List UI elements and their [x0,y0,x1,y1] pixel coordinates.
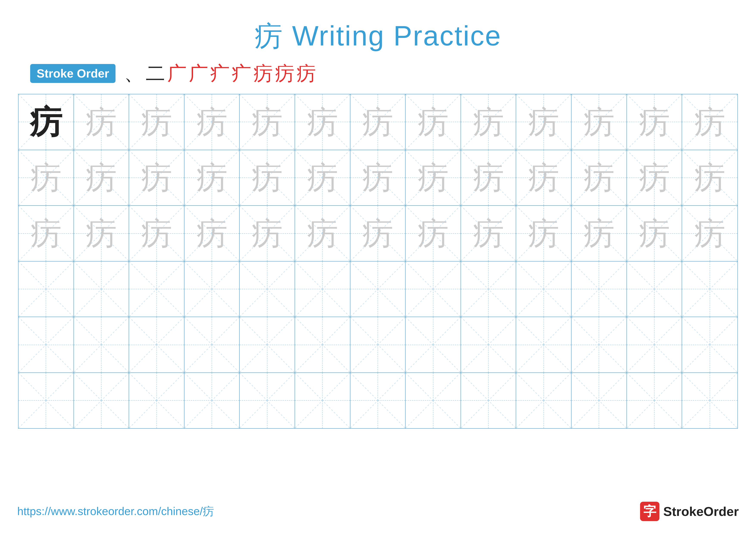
grid-cell-2-3: 疠 [129,150,184,206]
cell-char-light: 疠 [141,106,172,138]
grid-cell-3-13: 疠 [682,206,738,261]
cell-char-light: 疠 [362,106,393,138]
grid-cell-1-6: 疠 [295,94,350,150]
title-chinese: 疠 Writing Practice [255,20,501,51]
svg-line-112 [240,317,295,372]
grid-cell-2-5: 疠 [240,150,295,206]
svg-line-137 [184,373,239,428]
grid-cell-5-1 [18,317,74,372]
grid-cell-6-10 [516,373,572,428]
grid-cell-5-11 [572,317,627,372]
grid-cell-6-5 [240,373,295,428]
svg-line-85 [184,262,239,317]
svg-line-81 [74,262,129,317]
grid-cell-1-1: 疠 [18,94,74,150]
cell-char-light: 疠 [418,106,449,138]
grid-cell-1-9: 疠 [461,94,516,150]
svg-line-87 [240,262,295,317]
grid-cell-2-9: 疠 [461,150,516,206]
svg-line-134 [129,373,184,428]
grid-cell-2-10: 疠 [516,150,572,206]
svg-line-136 [184,373,239,428]
svg-line-132 [74,373,129,428]
grid-cell-1-10: 疠 [516,94,572,150]
svg-line-107 [74,317,129,372]
svg-line-128 [682,317,738,372]
footer-logo: 字 StrokeOrder [640,502,739,521]
grid-cell-3-9: 疠 [461,206,516,261]
grid-cell-4-8 [406,262,461,317]
grid-cell-2-6: 疠 [295,150,350,206]
grid-cell-1-2: 疠 [74,94,129,150]
grid-cell-6-8 [406,373,461,428]
svg-line-102 [682,262,738,317]
grid-cell-4-13 [682,262,738,317]
grid-cell-3-4: 疠 [184,206,240,261]
grid-cell-6-3 [129,373,184,428]
svg-line-139 [240,373,295,428]
grid-cell-4-5 [240,262,295,317]
grid-cell-1-12: 疠 [627,94,682,150]
stroke-9: 疠 [297,64,316,83]
cell-char-light: 疠 [639,106,670,138]
stroke-order-badge: Stroke Order [30,64,116,83]
svg-line-96 [516,262,571,317]
stroke-order-row: Stroke Order 、 ⼆ 广 广 疒 疒 疠 疠 疠 [17,64,739,83]
grid-cell-5-6 [295,317,350,372]
grid-cell-6-11 [572,373,627,428]
svg-line-110 [184,317,239,372]
svg-line-144 [406,373,461,428]
svg-line-113 [240,317,295,372]
grid-cell-1-11: 疠 [572,94,627,150]
grid-cell-5-9 [461,317,516,372]
svg-line-98 [572,262,627,317]
practice-grid: 疠 疠 疠 疠 疠 疠 疠 [18,94,738,429]
svg-line-143 [350,373,405,428]
svg-line-108 [129,317,184,372]
grid-cell-2-11: 疠 [572,150,627,206]
grid-cell-4-4 [184,262,240,317]
svg-line-80 [74,262,129,317]
svg-line-146 [461,373,516,428]
svg-line-115 [295,317,350,372]
svg-line-153 [627,373,682,428]
grid-cell-6-12 [627,373,682,428]
svg-line-149 [516,373,571,428]
svg-line-131 [18,373,73,428]
svg-line-90 [350,262,405,317]
svg-line-138 [240,373,295,428]
svg-line-109 [129,317,184,372]
svg-line-118 [406,317,461,372]
grid-cell-1-5: 疠 [240,94,295,150]
svg-line-78 [18,262,73,317]
grid-cell-2-4: 疠 [184,150,240,206]
stroke-5: 疒 [210,64,230,83]
svg-line-88 [295,262,350,317]
grid-cell-3-12: 疠 [627,206,682,261]
stroke-6: 疒 [232,64,251,83]
grid-cell-3-5: 疠 [240,206,295,261]
svg-line-83 [129,262,184,317]
svg-line-106 [74,317,129,372]
footer-url[interactable]: https://www.strokeorder.com/chinese/疠 [17,504,214,519]
svg-line-95 [461,262,516,317]
footer-logo-text: StrokeOrder [663,504,739,519]
svg-line-91 [350,262,405,317]
svg-line-97 [516,262,571,317]
grid-cell-5-10 [516,317,572,372]
grid-cell-4-7 [350,262,406,317]
svg-line-141 [295,373,350,428]
svg-line-86 [240,262,295,317]
grid-cell-5-13 [682,317,738,372]
page-container: 疠 Writing Practice Stroke Order 、 ⼆ 广 广 … [0,0,756,534]
grid-cell-6-2 [74,373,129,428]
grid-cell-1-4: 疠 [184,94,240,150]
grid-cell-3-3: 疠 [129,206,184,261]
grid-cell-6-13 [682,373,738,428]
grid-cell-4-3 [129,262,184,317]
grid-cell-3-1: 疠 [18,206,74,261]
svg-line-119 [406,317,461,372]
svg-line-151 [572,373,627,428]
svg-line-145 [406,373,461,428]
grid-row-6 [18,373,738,428]
